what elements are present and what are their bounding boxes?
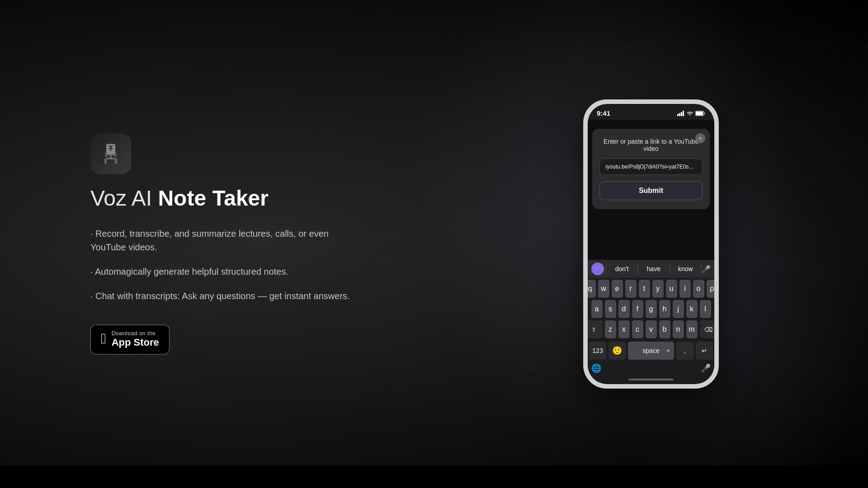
app-icon bbox=[90, 133, 131, 174]
key-i[interactable]: i bbox=[679, 280, 691, 298]
key-a[interactable]: a bbox=[591, 300, 603, 318]
svg-rect-7 bbox=[110, 155, 112, 158]
key-row-3: ⇧ z x c v b n m ⌫ bbox=[589, 320, 713, 338]
wifi-icon bbox=[687, 111, 693, 116]
key-t[interactable]: t bbox=[639, 280, 650, 298]
home-bar bbox=[628, 379, 674, 380]
signal-icon bbox=[677, 111, 684, 116]
key-y[interactable]: y bbox=[652, 280, 664, 298]
status-icons bbox=[677, 111, 705, 116]
feature-item-2: · Automagically generate helpful structu… bbox=[90, 265, 362, 278]
app-content: × Enter or paste a link to a YouTube vid… bbox=[588, 120, 714, 375]
predictive-row: don't have know 🎤 bbox=[588, 260, 714, 278]
svg-point-3 bbox=[108, 146, 110, 148]
submit-button[interactable]: Submit bbox=[599, 181, 703, 200]
phone-container: 9:41 bbox=[583, 99, 719, 389]
modal-overlay: × Enter or paste a link to a YouTube vid… bbox=[588, 120, 714, 260]
keyboard-rows: q w e r t y u i o p a bbox=[588, 278, 714, 342]
key-h[interactable]: h bbox=[659, 300, 670, 318]
key-p[interactable]: p bbox=[707, 280, 715, 298]
key-row-2: a s d f g h j k l bbox=[589, 300, 713, 318]
svg-rect-19 bbox=[704, 113, 705, 114]
pred-avatar bbox=[591, 263, 604, 275]
camera-pill bbox=[628, 104, 674, 117]
key-period[interactable]: . bbox=[676, 342, 693, 360]
svg-rect-15 bbox=[681, 112, 682, 116]
key-space[interactable]: space bbox=[628, 342, 674, 360]
key-g[interactable]: g bbox=[646, 300, 657, 318]
key-x[interactable]: x bbox=[618, 320, 630, 338]
key-w[interactable]: w bbox=[598, 280, 609, 298]
apple-icon:  bbox=[101, 331, 106, 346]
svg-rect-8 bbox=[106, 158, 115, 159]
key-n[interactable]: n bbox=[673, 320, 684, 338]
app-icon-inner bbox=[90, 133, 131, 174]
key-shift[interactable]: ⇧ bbox=[588, 320, 603, 338]
key-d[interactable]: d bbox=[618, 300, 630, 318]
modal-close-button[interactable]: × bbox=[695, 133, 705, 143]
key-u[interactable]: u bbox=[666, 280, 677, 298]
svg-rect-18 bbox=[696, 112, 703, 115]
pred-mic-icon[interactable]: 🎤 bbox=[702, 265, 711, 273]
key-m[interactable]: m bbox=[686, 320, 698, 338]
feature-list: · Record, transcribe, and summarize lect… bbox=[90, 227, 362, 303]
store-label: App Store bbox=[112, 337, 159, 348]
svg-point-4 bbox=[112, 146, 113, 148]
status-time: 9:41 bbox=[597, 109, 610, 117]
key-e[interactable]: e bbox=[612, 280, 623, 298]
globe-icon[interactable]: 🌐 bbox=[591, 363, 601, 373]
key-row-1: q w e r t y u i o p bbox=[589, 280, 713, 298]
key-l[interactable]: l bbox=[700, 300, 711, 318]
key-num[interactable]: 123 bbox=[589, 342, 606, 360]
download-label: Download on the bbox=[112, 330, 159, 337]
keyboard-bottom-row: 123 🙂 space . ↵ bbox=[588, 342, 714, 361]
phone-mockup: 9:41 bbox=[583, 99, 719, 389]
key-emoji[interactable]: 🙂 bbox=[609, 342, 626, 360]
pred-word-3[interactable]: know bbox=[670, 265, 701, 272]
home-indicator bbox=[588, 375, 714, 384]
phone-screen: 9:41 bbox=[588, 104, 714, 384]
svg-rect-11 bbox=[104, 158, 107, 164]
svg-rect-16 bbox=[683, 111, 684, 116]
key-b[interactable]: b bbox=[659, 320, 670, 338]
youtube-modal: × Enter or paste a link to a YouTube vid… bbox=[592, 129, 710, 209]
key-f[interactable]: f bbox=[632, 300, 643, 318]
key-o[interactable]: o bbox=[693, 280, 704, 298]
pred-word-2[interactable]: have bbox=[638, 265, 669, 272]
mic-icon[interactable]: 🎤 bbox=[701, 363, 711, 373]
input-value: /youtu.be/Ps8jOj7diA0?si=yat7E0seDo1Qbxi… bbox=[605, 164, 703, 170]
svg-point-20 bbox=[595, 266, 600, 270]
bottom-bar bbox=[0, 465, 868, 488]
feature-item-3: · Chat with transcripts: Ask any questio… bbox=[90, 289, 362, 303]
key-r[interactable]: r bbox=[625, 280, 637, 298]
space-dot bbox=[667, 349, 670, 352]
key-c[interactable]: c bbox=[632, 320, 643, 338]
youtube-url-input[interactable]: /youtu.be/Ps8jOj7diA0?si=yat7E0seDo1Qbxi… bbox=[599, 159, 703, 175]
left-content: Voz AI Note Taker · Record, transcribe, … bbox=[90, 133, 362, 354]
battery-icon bbox=[695, 111, 705, 116]
app-title: Voz AI Note Taker bbox=[90, 187, 362, 211]
svg-point-21 bbox=[594, 270, 601, 273]
title-bold: Note Taker bbox=[158, 186, 269, 210]
feature-item-1: · Record, transcribe, and summarize lect… bbox=[90, 227, 362, 254]
app-store-btn-text: Download on the App Store bbox=[112, 330, 159, 348]
modal-title: Enter or paste a link to a YouTube video bbox=[599, 138, 703, 152]
key-z[interactable]: z bbox=[605, 320, 616, 338]
svg-rect-6 bbox=[107, 154, 114, 155]
svg-rect-13 bbox=[677, 114, 679, 116]
key-return[interactable]: ↵ bbox=[696, 342, 713, 360]
keyboard: don't have know 🎤 q w bbox=[588, 260, 714, 375]
svg-rect-14 bbox=[679, 113, 680, 116]
svg-rect-10 bbox=[114, 152, 116, 157]
title-plain: Voz AI bbox=[90, 186, 152, 210]
key-backspace[interactable]: ⌫ bbox=[700, 320, 715, 338]
key-q[interactable]: q bbox=[588, 280, 596, 298]
app-store-button[interactable]:  Download on the App Store bbox=[90, 324, 170, 354]
pred-word-1[interactable]: don't bbox=[606, 265, 637, 272]
key-s[interactable]: s bbox=[605, 300, 616, 318]
key-j[interactable]: j bbox=[673, 300, 684, 318]
key-v[interactable]: v bbox=[646, 320, 657, 338]
key-k[interactable]: k bbox=[686, 300, 698, 318]
svg-rect-9 bbox=[105, 152, 107, 157]
svg-rect-5 bbox=[110, 150, 112, 151]
